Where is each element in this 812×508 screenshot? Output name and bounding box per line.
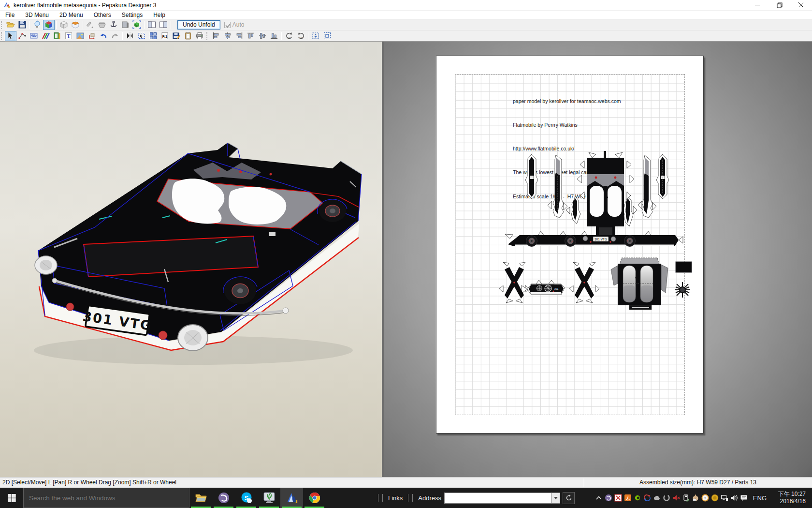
- language-indicator[interactable]: ENG: [749, 494, 771, 502]
- align-center-h-button[interactable]: [222, 31, 233, 41]
- copy-to-clipboard-button[interactable]: [182, 31, 194, 41]
- menu-3d[interactable]: 3D Menu: [20, 11, 54, 19]
- align-bottom-button[interactable]: [268, 31, 280, 41]
- edge-color-pencils-button[interactable]: [40, 31, 51, 41]
- titlebar[interactable]: keroliver flatmobile metasequoia - Pepak…: [0, 0, 812, 11]
- links-toolbar[interactable]: Links: [385, 494, 406, 502]
- tray-volume[interactable]: [729, 488, 739, 508]
- hidden-icons-button[interactable]: [594, 488, 604, 508]
- open-folder-button[interactable]: [5, 20, 16, 30]
- address-label: Address: [415, 494, 444, 502]
- tray-cloud-storage[interactable]: [652, 488, 662, 508]
- page-number-button[interactable]: P.1: [159, 31, 171, 41]
- menu-2d[interactable]: 2D Menu: [54, 11, 88, 19]
- java-icon: [624, 494, 632, 502]
- close-button[interactable]: [790, 0, 812, 10]
- toolbar-grip[interactable]: [1, 32, 3, 40]
- tray-sync-tool[interactable]: [642, 488, 652, 508]
- taskbar-app-chrome[interactable]: [303, 488, 326, 508]
- flat-panel-button[interactable]: [119, 20, 131, 30]
- insert-text-button[interactable]: T: [63, 31, 74, 41]
- light-button[interactable]: [31, 20, 43, 30]
- tray-touch-input[interactable]: [691, 488, 700, 508]
- menu-file[interactable]: File: [0, 11, 20, 19]
- layout-left-button[interactable]: [146, 20, 158, 30]
- menu-others[interactable]: Others: [88, 11, 116, 19]
- search-input[interactable]: [24, 488, 189, 508]
- unfold-selection-button[interactable]: [131, 20, 143, 30]
- taskbar-app-skype[interactable]: S: [235, 488, 258, 508]
- address-dropdown-button[interactable]: [551, 493, 560, 504]
- status-hint: 2D [Select/Move] L [Pan] R or Wheel Drag…: [2, 479, 176, 486]
- taskbar-app-file-explorer[interactable]: [189, 488, 212, 508]
- auto-checkbox[interactable]: [224, 22, 231, 28]
- taskbar-search[interactable]: [23, 488, 189, 508]
- tray-disc-burner[interactable]: [700, 488, 710, 508]
- textured-view-button[interactable]: [43, 20, 55, 30]
- tray-safely-remove-usb[interactable]: [681, 488, 691, 508]
- shaded-box-button[interactable]: [58, 20, 70, 30]
- app-icon: [3, 1, 11, 9]
- light-icon: [33, 20, 42, 29]
- pencil-edit-button[interactable]: [85, 20, 96, 30]
- export-part-button[interactable]: [86, 31, 98, 41]
- tray-java-update[interactable]: [623, 488, 633, 508]
- undo-button[interactable]: [98, 31, 109, 41]
- fit-page-button[interactable]: [321, 31, 333, 41]
- separator: [83, 21, 83, 29]
- align-middle-icon: [258, 31, 267, 40]
- insert-image-button[interactable]: [74, 31, 86, 41]
- edit-flap-button[interactable]: [16, 31, 28, 41]
- mirror-part-button[interactable]: [124, 31, 136, 41]
- viewport-2d[interactable]: paper model by keroliver for teamaoc.web…: [384, 42, 812, 477]
- taskbar-app-metasequoia[interactable]: [258, 488, 280, 508]
- tray-messaging[interactable]: [739, 488, 749, 508]
- restore-button[interactable]: [768, 0, 790, 10]
- start-button[interactable]: [0, 488, 23, 508]
- tray-disc-spiral[interactable]: [662, 488, 671, 508]
- fit-selection-button[interactable]: [310, 31, 321, 41]
- rotate-ccw-90-button[interactable]: 90: [283, 31, 295, 41]
- open-edge-button[interactable]: [70, 20, 81, 30]
- undo-unfold-button[interactable]: Undo Unfold: [177, 20, 220, 30]
- minimize-button[interactable]: [747, 0, 768, 10]
- tray-muted-speaker[interactable]: [671, 488, 681, 508]
- select-move-button[interactable]: [5, 31, 16, 41]
- address-input[interactable]: [444, 493, 551, 504]
- tray-security-badge[interactable]: [710, 488, 720, 508]
- align-top-button[interactable]: [245, 31, 257, 41]
- pattern-sheet[interactable]: paper model by keroliver for teamaoc.web…: [436, 56, 704, 433]
- layout-right-button[interactable]: [158, 20, 169, 30]
- arrange-parts-button[interactable]: [147, 31, 159, 41]
- check-parts-button[interactable]: [51, 31, 63, 41]
- anchor-button[interactable]: [108, 20, 119, 30]
- taskbar-app-pepakura[interactable]: 3: [280, 488, 303, 508]
- save-2d-image-button[interactable]: [171, 31, 182, 41]
- redo-button[interactable]: [109, 31, 121, 41]
- tray-bittorrent[interactable]: [604, 488, 613, 508]
- align-right-button[interactable]: [233, 31, 245, 41]
- viewport-3d[interactable]: 301 VTG: [0, 42, 382, 477]
- tray-adobe-reader[interactable]: [613, 488, 623, 508]
- align-middle-button[interactable]: [257, 31, 268, 41]
- toolbar-grip[interactable]: [206, 32, 209, 40]
- address-go-button[interactable]: [563, 492, 575, 504]
- menu-settings[interactable]: Settings: [116, 11, 148, 19]
- taskbar-app-bittorrent[interactable]: [212, 488, 235, 508]
- rotate-cw-90-button[interactable]: 90: [295, 31, 306, 41]
- solid-view-button[interactable]: [96, 20, 108, 30]
- tray-nvidia[interactable]: [633, 488, 642, 508]
- save-button[interactable]: [16, 20, 28, 30]
- tray-network[interactable]: [720, 488, 729, 508]
- toolbar-grip[interactable]: [1, 21, 3, 29]
- join-disjoin-edge-button[interactable]: [28, 31, 40, 41]
- chrome-icon: [308, 492, 321, 504]
- align-left-button[interactable]: [210, 31, 222, 41]
- part-chassis: 301 VTG: [508, 235, 679, 247]
- print-button[interactable]: [194, 31, 205, 41]
- select-area-button[interactable]: [136, 31, 147, 41]
- taskbar-clock[interactable]: 下午 10:27 2016/4/16: [771, 491, 806, 505]
- menu-help[interactable]: Help: [148, 11, 171, 19]
- shaded-box-icon: [59, 20, 68, 29]
- auto-checkbox-group[interactable]: Auto: [224, 21, 245, 28]
